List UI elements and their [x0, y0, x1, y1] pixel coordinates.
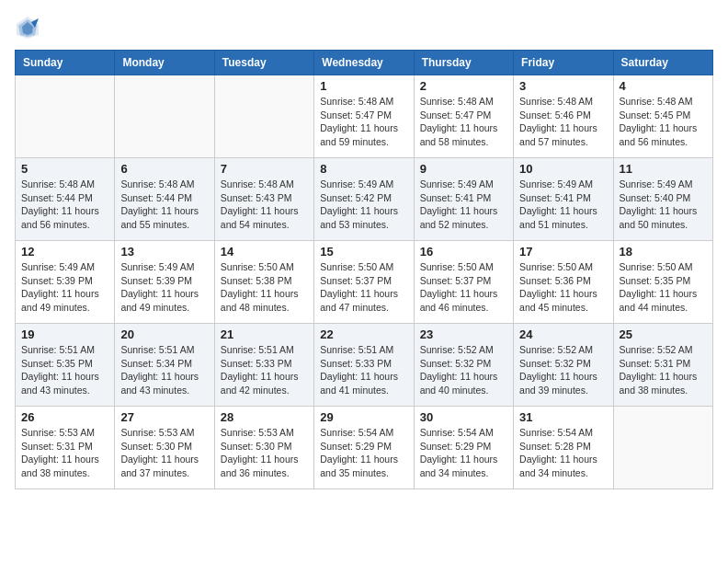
logo-icon: [15, 15, 40, 40]
calendar-cell: [16, 75, 115, 158]
calendar-cell: 9Sunrise: 5:49 AM Sunset: 5:41 PM Daylig…: [414, 158, 513, 241]
calendar-cell: [115, 75, 214, 158]
calendar-cell: 14Sunrise: 5:50 AM Sunset: 5:38 PM Dayli…: [214, 241, 313, 324]
page-header: [15, 15, 713, 40]
calendar-cell: 6Sunrise: 5:48 AM Sunset: 5:44 PM Daylig…: [115, 158, 214, 241]
calendar-week-row: 26Sunrise: 5:53 AM Sunset: 5:31 PM Dayli…: [16, 407, 713, 489]
day-number: 3: [519, 79, 607, 93]
calendar-cell: 24Sunrise: 5:52 AM Sunset: 5:32 PM Dayli…: [514, 324, 613, 407]
day-info: Sunrise: 5:49 AM Sunset: 5:41 PM Dayligh…: [519, 178, 607, 232]
calendar-body: 1Sunrise: 5:48 AM Sunset: 5:47 PM Daylig…: [16, 75, 713, 489]
calendar-cell: 18Sunrise: 5:50 AM Sunset: 5:35 PM Dayli…: [613, 241, 712, 324]
day-number: 4: [620, 79, 707, 93]
calendar-cell: 28Sunrise: 5:53 AM Sunset: 5:30 PM Dayli…: [214, 407, 313, 489]
calendar-week-row: 12Sunrise: 5:49 AM Sunset: 5:39 PM Dayli…: [16, 241, 713, 324]
day-info: Sunrise: 5:48 AM Sunset: 5:44 PM Dayligh…: [21, 178, 108, 232]
day-number: 13: [120, 245, 208, 259]
calendar-cell: 26Sunrise: 5:53 AM Sunset: 5:31 PM Dayli…: [16, 407, 115, 489]
calendar-cell: 13Sunrise: 5:49 AM Sunset: 5:39 PM Dayli…: [115, 241, 214, 324]
day-number: 1: [320, 79, 407, 93]
calendar-cell: 12Sunrise: 5:49 AM Sunset: 5:39 PM Dayli…: [16, 241, 115, 324]
day-number: 24: [519, 327, 607, 341]
day-info: Sunrise: 5:51 AM Sunset: 5:35 PM Dayligh…: [21, 343, 108, 397]
day-number: 20: [120, 327, 208, 341]
calendar-cell: 3Sunrise: 5:48 AM Sunset: 5:46 PM Daylig…: [514, 75, 613, 158]
day-info: Sunrise: 5:53 AM Sunset: 5:30 PM Dayligh…: [120, 426, 208, 480]
day-number: 14: [221, 245, 308, 259]
day-info: Sunrise: 5:48 AM Sunset: 5:46 PM Dayligh…: [519, 95, 607, 149]
day-number: 2: [420, 79, 507, 93]
day-info: Sunrise: 5:52 AM Sunset: 5:32 PM Dayligh…: [519, 343, 607, 397]
day-number: 19: [21, 327, 108, 341]
calendar-cell: 27Sunrise: 5:53 AM Sunset: 5:30 PM Dayli…: [115, 407, 214, 489]
calendar-cell: 4Sunrise: 5:48 AM Sunset: 5:45 PM Daylig…: [613, 75, 712, 158]
calendar-cell: 20Sunrise: 5:51 AM Sunset: 5:34 PM Dayli…: [115, 324, 214, 407]
day-number: 25: [620, 327, 707, 341]
day-info: Sunrise: 5:48 AM Sunset: 5:44 PM Dayligh…: [120, 178, 208, 232]
day-number: 18: [620, 245, 707, 259]
day-info: Sunrise: 5:53 AM Sunset: 5:31 PM Dayligh…: [21, 426, 108, 480]
calendar-cell: 15Sunrise: 5:50 AM Sunset: 5:37 PM Dayli…: [314, 241, 414, 324]
day-info: Sunrise: 5:48 AM Sunset: 5:43 PM Dayligh…: [221, 178, 308, 232]
day-number: 29: [320, 410, 407, 424]
day-info: Sunrise: 5:49 AM Sunset: 5:39 PM Dayligh…: [120, 260, 208, 315]
day-info: Sunrise: 5:54 AM Sunset: 5:29 PM Dayligh…: [320, 426, 407, 480]
logo: [15, 15, 44, 40]
day-info: Sunrise: 5:51 AM Sunset: 5:33 PM Dayligh…: [320, 343, 407, 397]
weekday-header: Tuesday: [214, 51, 313, 75]
day-info: Sunrise: 5:51 AM Sunset: 5:33 PM Dayligh…: [221, 343, 308, 397]
calendar-cell: 2Sunrise: 5:48 AM Sunset: 5:47 PM Daylig…: [414, 75, 513, 158]
calendar-cell: [613, 407, 712, 489]
day-number: 8: [320, 162, 407, 176]
calendar-cell: 16Sunrise: 5:50 AM Sunset: 5:37 PM Dayli…: [414, 241, 513, 324]
weekday-header: Wednesday: [314, 51, 414, 75]
day-number: 11: [620, 162, 707, 176]
day-number: 10: [519, 162, 607, 176]
calendar-cell: 30Sunrise: 5:54 AM Sunset: 5:29 PM Dayli…: [414, 407, 513, 489]
day-info: Sunrise: 5:49 AM Sunset: 5:39 PM Dayligh…: [21, 260, 108, 315]
day-info: Sunrise: 5:49 AM Sunset: 5:40 PM Dayligh…: [620, 178, 707, 232]
day-number: 7: [221, 162, 308, 176]
day-info: Sunrise: 5:54 AM Sunset: 5:28 PM Dayligh…: [519, 426, 607, 480]
calendar-week-row: 19Sunrise: 5:51 AM Sunset: 5:35 PM Dayli…: [16, 324, 713, 407]
day-info: Sunrise: 5:49 AM Sunset: 5:42 PM Dayligh…: [320, 178, 407, 232]
calendar-header-row: SundayMondayTuesdayWednesdayThursdayFrid…: [16, 51, 713, 75]
calendar-week-row: 5Sunrise: 5:48 AM Sunset: 5:44 PM Daylig…: [16, 158, 713, 241]
day-info: Sunrise: 5:48 AM Sunset: 5:45 PM Dayligh…: [620, 95, 707, 149]
day-info: Sunrise: 5:54 AM Sunset: 5:29 PM Dayligh…: [420, 426, 507, 480]
calendar-cell: 7Sunrise: 5:48 AM Sunset: 5:43 PM Daylig…: [214, 158, 313, 241]
day-info: Sunrise: 5:53 AM Sunset: 5:30 PM Dayligh…: [221, 426, 308, 480]
day-number: 17: [519, 245, 607, 259]
day-info: Sunrise: 5:51 AM Sunset: 5:34 PM Dayligh…: [120, 343, 208, 397]
day-info: Sunrise: 5:48 AM Sunset: 5:47 PM Dayligh…: [420, 95, 507, 149]
day-number: 9: [420, 162, 507, 176]
day-info: Sunrise: 5:52 AM Sunset: 5:31 PM Dayligh…: [620, 343, 707, 397]
calendar-cell: 17Sunrise: 5:50 AM Sunset: 5:36 PM Dayli…: [514, 241, 613, 324]
weekday-header: Saturday: [613, 51, 712, 75]
weekday-header: Monday: [115, 51, 214, 75]
day-number: 6: [120, 162, 208, 176]
calendar-cell: 11Sunrise: 5:49 AM Sunset: 5:40 PM Dayli…: [613, 158, 712, 241]
day-number: 15: [320, 245, 407, 259]
calendar: SundayMondayTuesdayWednesdayThursdayFrid…: [15, 50, 713, 489]
calendar-cell: 5Sunrise: 5:48 AM Sunset: 5:44 PM Daylig…: [16, 158, 115, 241]
calendar-cell: 1Sunrise: 5:48 AM Sunset: 5:47 PM Daylig…: [314, 75, 414, 158]
weekday-header: Sunday: [16, 51, 115, 75]
calendar-cell: 29Sunrise: 5:54 AM Sunset: 5:29 PM Dayli…: [314, 407, 414, 489]
day-info: Sunrise: 5:48 AM Sunset: 5:47 PM Dayligh…: [320, 95, 407, 149]
day-number: 30: [420, 410, 507, 424]
calendar-week-row: 1Sunrise: 5:48 AM Sunset: 5:47 PM Daylig…: [16, 75, 713, 158]
calendar-cell: 31Sunrise: 5:54 AM Sunset: 5:28 PM Dayli…: [514, 407, 613, 489]
day-info: Sunrise: 5:52 AM Sunset: 5:32 PM Dayligh…: [420, 343, 507, 397]
calendar-cell: 25Sunrise: 5:52 AM Sunset: 5:31 PM Dayli…: [613, 324, 712, 407]
weekday-header: Thursday: [414, 51, 513, 75]
day-info: Sunrise: 5:50 AM Sunset: 5:35 PM Dayligh…: [620, 260, 707, 315]
day-number: 23: [420, 327, 507, 341]
day-number: 12: [21, 245, 108, 259]
day-info: Sunrise: 5:50 AM Sunset: 5:37 PM Dayligh…: [320, 260, 407, 315]
weekday-header: Friday: [514, 51, 613, 75]
calendar-cell: 8Sunrise: 5:49 AM Sunset: 5:42 PM Daylig…: [314, 158, 414, 241]
day-number: 16: [420, 245, 507, 259]
day-info: Sunrise: 5:50 AM Sunset: 5:38 PM Dayligh…: [221, 260, 308, 315]
calendar-cell: 10Sunrise: 5:49 AM Sunset: 5:41 PM Dayli…: [514, 158, 613, 241]
